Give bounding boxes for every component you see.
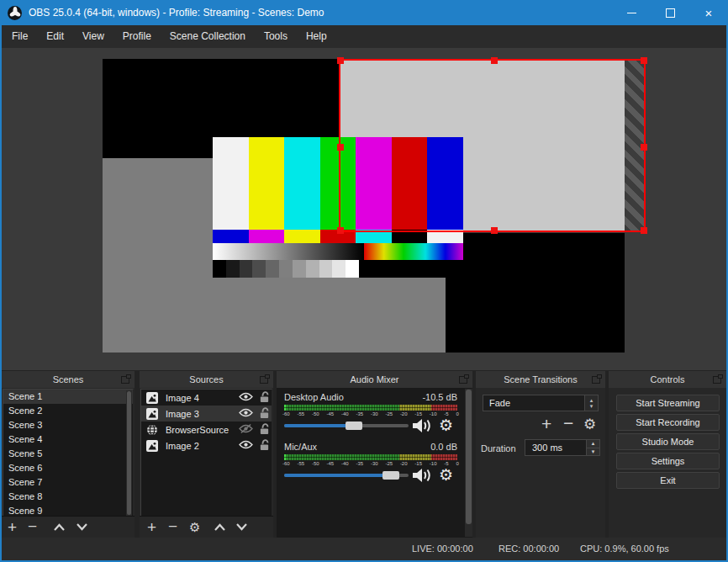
duration-spinbox[interactable]: 300 ms ▴▾	[525, 439, 600, 456]
slider-knob[interactable]	[382, 471, 399, 480]
handle-top-right[interactable]	[641, 57, 647, 64]
rec-time: REC: 00:00:00	[499, 543, 559, 554]
close-button[interactable]: ×	[689, 0, 728, 25]
source-down-button[interactable]	[235, 523, 248, 531]
visibility-eye-slash-icon[interactable]	[239, 423, 253, 434]
scene-item[interactable]: Scene 6	[3, 461, 133, 475]
volume-slider[interactable]	[284, 421, 409, 431]
scene-down-button[interactable]	[76, 523, 88, 531]
duration-up-button[interactable]: ▴	[587, 440, 599, 448]
menu-tools[interactable]: Tools	[255, 25, 297, 48]
handle-bottom-left[interactable]	[337, 227, 344, 234]
scenes-panel-header: Scenes	[2, 371, 135, 388]
remove-source-button[interactable]: −	[168, 519, 177, 533]
handle-bottom-center[interactable]	[491, 227, 498, 234]
lock-open-icon[interactable]	[259, 407, 270, 419]
source-item[interactable]: Image 2	[141, 437, 272, 453]
menu-edit[interactable]: Edit	[37, 25, 73, 48]
meter-tick-label: -30	[371, 411, 378, 416]
lock-open-icon[interactable]	[259, 423, 270, 435]
channel-gear-icon[interactable]: ⚙	[439, 416, 453, 435]
panel-float-icon[interactable]	[713, 376, 721, 384]
visibility-eye-icon[interactable]	[239, 391, 253, 402]
panel-float-icon[interactable]	[121, 376, 129, 384]
handle-top-left[interactable]	[337, 57, 344, 64]
duration-down-button[interactable]: ▾	[587, 448, 599, 456]
close-icon: ×	[705, 7, 713, 19]
menu-profile[interactable]: Profile	[113, 25, 161, 48]
scenes-scrollbar[interactable]	[126, 390, 132, 516]
menu-file[interactable]: File	[3, 25, 37, 48]
preview-area[interactable]	[2, 48, 726, 370]
speaker-icon[interactable]	[411, 467, 433, 484]
lock-open-icon[interactable]	[259, 391, 270, 403]
settings-button[interactable]: Settings	[616, 453, 720, 469]
color-bar	[279, 260, 293, 278]
selection-outline[interactable]	[339, 59, 646, 232]
handle-top-center[interactable]	[491, 57, 498, 64]
scene-item[interactable]: Scene 4	[3, 432, 133, 447]
maximize-button[interactable]	[651, 0, 689, 25]
visibility-eye-icon[interactable]	[239, 407, 253, 418]
handle-mid-left[interactable]	[337, 144, 344, 151]
source-name: Image 4	[166, 393, 199, 403]
handle-mid-right[interactable]	[641, 144, 647, 151]
studio-mode-button[interactable]: Studio Mode	[616, 433, 720, 450]
scene-item[interactable]: Scene 7	[3, 475, 133, 490]
color-bar	[319, 260, 333, 278]
channel-name: Mic/Aux	[284, 442, 317, 452]
meter-tick-label: -50	[312, 411, 319, 416]
scenes-panel-title: Scenes	[53, 374, 84, 384]
controls-panel-title: Controls	[651, 374, 685, 384]
source-up-button[interactable]	[214, 523, 226, 531]
channel-level: 0.0 dB	[430, 442, 457, 452]
handle-bottom-right[interactable]	[641, 227, 647, 234]
color-bar	[249, 230, 285, 243]
color-bar	[213, 137, 249, 230]
window-title: OBS 25.0.4 (64-bit, windows) - Profile: …	[29, 7, 324, 19]
scene-up-button[interactable]	[53, 523, 66, 531]
remove-transition-button[interactable]: −	[563, 416, 573, 430]
scene-item[interactable]: Scene 8	[3, 490, 133, 504]
panel-float-icon[interactable]	[459, 376, 467, 384]
menu-view[interactable]: View	[73, 25, 113, 48]
scene-item[interactable]: Scene 2	[3, 404, 133, 418]
cpu-fps: CPU: 0.9%, 60.00 fps	[580, 543, 669, 554]
black-rect-bottom-right[interactable]	[446, 233, 625, 353]
start-streaming-button[interactable]: Start Streaming	[616, 395, 720, 411]
add-source-button[interactable]: +	[147, 519, 156, 535]
menu-scene-collection[interactable]: Scene Collection	[161, 25, 255, 48]
color-bar	[249, 137, 285, 230]
panel-float-icon[interactable]	[592, 376, 600, 384]
menu-help[interactable]: Help	[297, 25, 336, 48]
exit-button[interactable]: Exit	[616, 472, 720, 489]
scene-item[interactable]: Scene 5	[3, 447, 133, 461]
sources-list[interactable]: Image 4 Image 3 BrowserSource Image 2	[140, 389, 272, 517]
source-properties-gear-button[interactable]: ⚙	[189, 519, 200, 535]
speaker-icon[interactable]	[411, 417, 433, 434]
panel-float-icon[interactable]	[260, 376, 268, 384]
mixer-scrollbar[interactable]	[465, 389, 472, 537]
lock-open-icon[interactable]	[259, 439, 270, 451]
visibility-eye-icon[interactable]	[239, 439, 253, 450]
slider-knob[interactable]	[346, 422, 362, 430]
minimize-button[interactable]	[612, 0, 651, 25]
color-bar	[213, 230, 249, 243]
remove-scene-button[interactable]: −	[28, 519, 37, 533]
color-bar	[284, 137, 320, 230]
channel-gear-icon[interactable]: ⚙	[439, 465, 453, 485]
scene-item[interactable]: Scene 1	[3, 390, 133, 404]
scenes-list[interactable]: Scene 1 Scene 2 Scene 3 Scene 4 Scene 5 …	[3, 389, 134, 517]
add-scene-button[interactable]: +	[8, 519, 17, 535]
scene-item[interactable]: Scene 3	[3, 418, 133, 432]
source-item[interactable]: Image 4	[141, 390, 272, 406]
volume-slider[interactable]	[284, 470, 409, 480]
combo-arrows-icon[interactable]: ▴▾	[584, 395, 598, 411]
transition-select[interactable]: Fade ▴▾	[483, 395, 599, 411]
start-recording-button[interactable]: Start Recording	[616, 414, 720, 431]
scenes-panel: Scenes Scene 1 Scene 2 Scene 3 Scene 4 S…	[2, 371, 135, 538]
source-item[interactable]: BrowserSource	[141, 422, 272, 437]
source-item-selected[interactable]: Image 3	[141, 406, 272, 422]
add-transition-button[interactable]: +	[541, 416, 551, 432]
transition-gear-button[interactable]: ⚙	[583, 416, 596, 432]
